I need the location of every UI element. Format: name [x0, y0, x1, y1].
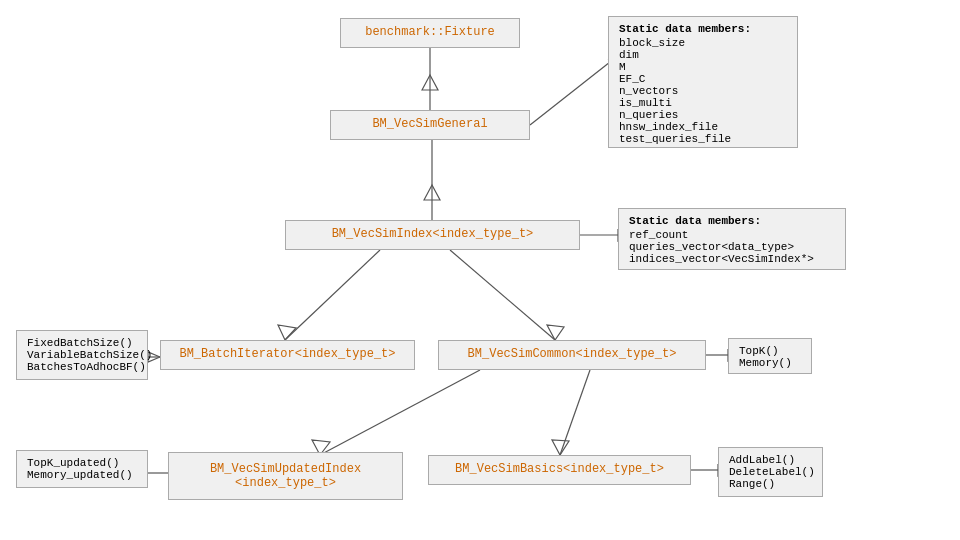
- updated-label-2: <index_type_t>: [235, 476, 336, 490]
- general-static-item-4: EF_C: [619, 73, 787, 85]
- svg-marker-1: [422, 75, 438, 90]
- batch-method-1: FixedBatchSize(): [27, 337, 137, 349]
- general-static-item-3: M: [619, 61, 787, 73]
- common-methods-box: TopK() Memory(): [728, 338, 812, 374]
- fixture-label: benchmark::Fixture: [365, 25, 495, 39]
- svg-marker-7: [547, 325, 564, 340]
- basics-node: BM_VecSimBasics<index_type_t>: [428, 455, 691, 485]
- svg-line-11: [320, 370, 480, 455]
- batch-node: BM_BatchIterator<index_type_t>: [160, 340, 415, 370]
- index-label: BM_VecSimIndex<index_type_t>: [332, 227, 534, 241]
- index-static-item-1: ref_count: [629, 229, 835, 241]
- svg-line-9: [560, 370, 590, 455]
- common-method-1: TopK(): [739, 345, 801, 357]
- basics-label: BM_VecSimBasics<index_type_t>: [455, 462, 664, 476]
- general-static-item-7: n_queries: [619, 109, 787, 121]
- general-static-item-6: is_multi: [619, 97, 787, 109]
- batch-method-3: BatchesToAdhocBF(): [27, 361, 137, 373]
- index-node: BM_VecSimIndex<index_type_t>: [285, 220, 580, 250]
- updated-method-1: TopK_updated(): [27, 457, 137, 469]
- updated-method-2: Memory_updated(): [27, 469, 137, 481]
- general-static-item-9: test_queries_file: [619, 133, 787, 145]
- index-static-title: Static data members:: [629, 215, 835, 227]
- general-static-item-8: hnsw_index_file: [619, 121, 787, 133]
- index-static-item-3: indices_vector<VecSimIndex*>: [629, 253, 835, 265]
- general-static-box: Static data members: block_size dim M EF…: [608, 16, 798, 148]
- svg-line-6: [450, 250, 555, 340]
- class-diagram: benchmark::Fixture BM_VecSimGeneral BM_V…: [0, 0, 960, 540]
- basics-method-3: Range(): [729, 478, 812, 490]
- general-static-item-2: dim: [619, 49, 787, 61]
- fixture-node: benchmark::Fixture: [340, 18, 520, 48]
- updated-node: BM_VecSimUpdatedIndex <index_type_t>: [168, 452, 403, 500]
- svg-marker-10: [552, 440, 569, 455]
- index-static-box: Static data members: ref_count queries_v…: [618, 208, 846, 270]
- batch-methods-box: FixedBatchSize() VariableBatchSize() Bat…: [16, 330, 148, 380]
- basics-method-2: DeleteLabel(): [729, 466, 812, 478]
- general-label: BM_VecSimGeneral: [372, 117, 487, 131]
- batch-label: BM_BatchIterator<index_type_t>: [179, 347, 395, 361]
- common-method-2: Memory(): [739, 357, 801, 369]
- updated-label-1: BM_VecSimUpdatedIndex: [210, 462, 361, 476]
- common-node: BM_VecSimCommon<index_type_t>: [438, 340, 706, 370]
- svg-line-4: [285, 250, 380, 340]
- general-static-item-5: n_vectors: [619, 85, 787, 97]
- updated-methods-box: TopK_updated() Memory_updated(): [16, 450, 148, 488]
- svg-marker-3: [424, 185, 440, 200]
- basics-method-1: AddLabel(): [729, 454, 812, 466]
- svg-marker-5: [278, 325, 296, 340]
- common-label: BM_VecSimCommon<index_type_t>: [468, 347, 677, 361]
- general-node: BM_VecSimGeneral: [330, 110, 530, 140]
- svg-line-13: [530, 62, 610, 125]
- batch-method-2: VariableBatchSize(): [27, 349, 137, 361]
- general-static-item-1: block_size: [619, 37, 787, 49]
- general-static-title: Static data members:: [619, 23, 787, 35]
- basics-methods-box: AddLabel() DeleteLabel() Range(): [718, 447, 823, 497]
- index-static-item-2: queries_vector<data_type>: [629, 241, 835, 253]
